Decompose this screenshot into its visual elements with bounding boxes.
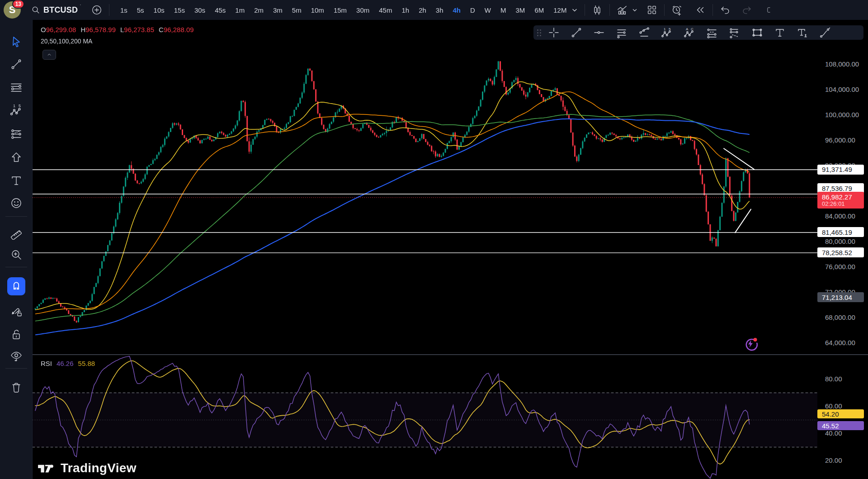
timeframe-4h-active[interactable]: 4h [450, 4, 464, 16]
cursor-tool-button[interactable] [6, 33, 27, 52]
text-tool-button[interactable] [769, 26, 791, 39]
user-avatar[interactable]: S 13 [4, 1, 21, 19]
timeframe-1W[interactable]: W [482, 4, 494, 16]
chevron-down-icon [630, 4, 640, 16]
abc-pattern-icon: AC [684, 27, 695, 38]
pane-separator[interactable] [33, 354, 868, 355]
save-layout-button-partial[interactable] [766, 2, 774, 18]
indicators-button[interactable] [614, 2, 630, 18]
magnet-icon [10, 280, 22, 292]
compare-add-button[interactable] [89, 2, 104, 18]
drawing-sidebar: 1 5 [0, 20, 33, 479]
hide-drawings-button[interactable] [6, 346, 27, 365]
brush-curve-icon [819, 27, 831, 38]
timeframe-10s[interactable]: 10s [151, 4, 167, 16]
timeframe-3h[interactable]: 3h [433, 4, 446, 16]
projection-a-button[interactable] [701, 26, 723, 39]
rsi-ma-price-label[interactable]: 54.20 [817, 409, 864, 418]
measure-tool-button[interactable] [6, 223, 27, 242]
abc-pattern-button[interactable]: AC [678, 26, 701, 39]
gray-level-label[interactable]: 71,213.04 [817, 292, 864, 302]
timeframe-1M[interactable]: M [498, 4, 509, 16]
timeframe-3M[interactable]: 3M [513, 4, 528, 16]
text-tool-button[interactable] [6, 171, 27, 190]
tradingview-logo-icon [37, 461, 56, 475]
timeframe-1s[interactable]: 1s [118, 4, 130, 16]
tradingview-watermark: TradingView [37, 461, 137, 475]
timeframe-2m[interactable]: 2m [251, 4, 266, 16]
axis-price: 76,000.00 [825, 263, 855, 270]
alert-clock-plus-icon [671, 4, 683, 16]
remove-drawings-button[interactable] [6, 378, 27, 397]
forecast-tool-button[interactable] [6, 124, 27, 143]
legend-collapse-button[interactable] [42, 50, 56, 60]
timeframe-3m[interactable]: 3m [270, 4, 285, 16]
symbol-search-button[interactable]: BTCUSD ˙ [31, 5, 82, 15]
quick-trade-button[interactable] [743, 337, 758, 351]
indicators-templates-button[interactable] [630, 2, 640, 18]
timeframe-45s[interactable]: 45s [212, 4, 228, 16]
emoji-tool-button[interactable] [6, 194, 27, 213]
redo-button[interactable] [739, 2, 755, 18]
timeframe-1D[interactable]: D [467, 4, 478, 16]
bar-replay-button[interactable] [693, 2, 708, 18]
price-chart-canvas[interactable] [33, 20, 817, 479]
support-level-label[interactable]: 78,258.52 [817, 247, 864, 257]
timeframe-30m[interactable]: 30m [354, 4, 372, 16]
rsi-ma-value: 55.88 [78, 360, 95, 367]
anchored-text-button[interactable] [791, 26, 814, 39]
chevron-down-icon [569, 4, 580, 16]
timeframe-12M[interactable]: 12M [551, 4, 569, 16]
timeframe-1m[interactable]: 1m [232, 4, 247, 16]
timeframe-menu-button[interactable] [569, 2, 580, 18]
rsi-axis-value: 60.00 [825, 402, 842, 410]
timeframe-45m[interactable]: 45m [376, 4, 395, 16]
anchored-text-icon [797, 27, 808, 38]
timeframe-30s[interactable]: 30s [192, 4, 208, 16]
axis-price: 68,000.00 [825, 313, 855, 321]
zoom-in-tool-button[interactable] [6, 245, 27, 264]
timeframe-6M[interactable]: 6M [532, 4, 547, 16]
xabcd-pattern-button[interactable]: 15 [656, 26, 678, 39]
magnet-mode-button-active[interactable] [7, 277, 25, 295]
brush-tool-button[interactable] [814, 26, 836, 39]
zoom-in-icon [9, 248, 23, 261]
timeframe-5m[interactable]: 5m [289, 4, 304, 16]
timeframe-5s[interactable]: 5s [134, 4, 147, 16]
crosshair-tool-button[interactable] [542, 26, 565, 39]
trend-line-tool-button[interactable] [6, 55, 27, 74]
rectangle-tool-button[interactable] [746, 26, 769, 39]
rsi-value-price-label[interactable]: 45.52 [817, 421, 864, 430]
fib-retracement-tool-button[interactable] [6, 78, 27, 97]
price-axis[interactable]: 108,000.00 104,000.00 100,000.00 96,000.… [817, 20, 868, 479]
chart-pane[interactable]: O96,299.08 H96,578.99 L96,273.85 C96,288… [33, 20, 868, 479]
undo-button[interactable] [717, 2, 733, 18]
fib-lines-button[interactable] [610, 26, 633, 39]
rsi-axis-value: 40.00 [825, 429, 842, 437]
horizontal-ray-button[interactable] [588, 26, 610, 39]
trend-line-button[interactable] [565, 26, 588, 39]
arrow-marker-tool-button[interactable] [6, 148, 27, 167]
timeframe-15s[interactable]: 15s [171, 4, 188, 16]
resistance-level-label[interactable]: 91,371.49 [817, 165, 864, 175]
timeframe-2h[interactable]: 2h [416, 4, 429, 16]
candle-style-button[interactable] [590, 2, 605, 18]
projection-b-button[interactable] [723, 26, 746, 39]
rectangle-icon [751, 27, 763, 38]
timeframe-10m[interactable]: 10m [308, 4, 327, 16]
last-price-label[interactable]: 86,982.27 02:26:01 [817, 192, 864, 209]
lock-all-drawings-button[interactable] [6, 325, 27, 344]
timeframe-15m[interactable]: 15m [331, 4, 349, 16]
rewind-icon [694, 4, 706, 16]
trend-line-icon [571, 27, 582, 38]
alert-button[interactable] [669, 2, 684, 18]
pitchfork-button[interactable] [633, 26, 656, 39]
drawing-mode-lock-button[interactable] [6, 302, 27, 321]
timeframe-1h[interactable]: 1h [399, 4, 412, 16]
layout-grid-button[interactable] [644, 2, 660, 18]
xabcd-pattern-tool-button[interactable]: 1 5 [6, 100, 27, 119]
toolbar-drag-handle[interactable] [535, 27, 542, 38]
axis-price: 100,000.00 [825, 111, 859, 119]
support-level-label[interactable]: 81,465.19 [817, 227, 864, 237]
svg-text:A: A [686, 27, 689, 31]
